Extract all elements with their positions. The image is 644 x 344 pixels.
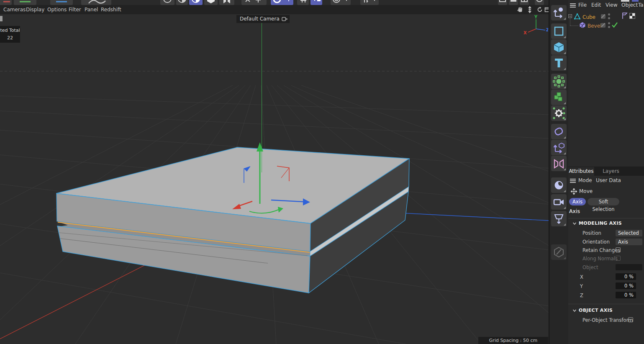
- chevron-down-icon[interactable]: [572, 221, 577, 226]
- attribute-mode-burger-icon[interactable]: [570, 179, 576, 183]
- selection-info-label: ted Total: [0, 27, 20, 34]
- model-mode-button[interactable]: [204, 0, 218, 5]
- polygon-object-icon[interactable]: [574, 13, 581, 20]
- svg-text:Y: Y: [534, 15, 538, 19]
- clipped-toolbar-icon: [632, 0, 639, 2]
- tree-branch-line: [570, 26, 578, 26]
- rings-select-button[interactable]: [331, 0, 351, 5]
- panel-menu-burger-icon[interactable]: [570, 3, 576, 8]
- soft-selection-button[interactable]: Soft Selection: [588, 198, 619, 205]
- menu-file[interactable]: File: [578, 2, 587, 8]
- axis-modify-button[interactable]: [551, 140, 567, 155]
- snap-grid-button[interactable]: [297, 0, 309, 5]
- user-data-menu[interactable]: User Data: [596, 177, 621, 183]
- volume-builder-button[interactable]: [551, 90, 567, 105]
- camera-button[interactable]: [551, 194, 567, 210]
- stage-button[interactable]: [551, 211, 567, 226]
- orbit-rotate-icon[interactable]: [536, 6, 543, 13]
- menu-cameras[interactable]: Cameras: [3, 7, 26, 13]
- x-axis-lock-button[interactable]: [0, 0, 12, 5]
- panel-x-button[interactable]: [535, 0, 544, 5]
- orientation-dropdown[interactable]: Axis: [616, 239, 642, 245]
- position-dropdown[interactable]: Selected: [616, 230, 642, 236]
- z-axis-lock-button[interactable]: [50, 0, 73, 5]
- enable-axis-button[interactable]: [271, 0, 293, 5]
- menu-display[interactable]: Display: [26, 7, 44, 13]
- axis-button[interactable]: Axis: [569, 198, 586, 205]
- menu-tags[interactable]: Ta: [638, 2, 644, 8]
- bevel-editor-visibility-dot[interactable]: [608, 22, 610, 24]
- menu-view[interactable]: View: [606, 2, 617, 8]
- cube-editor-visibility-dot[interactable]: [608, 13, 610, 15]
- phong-tag-flag-icon[interactable]: [622, 12, 628, 19]
- per-object-transform-checkbox[interactable]: [628, 317, 633, 322]
- z-value-field[interactable]: 0 %: [616, 292, 636, 298]
- modeling-axis-header[interactable]: MODELING AXIS: [579, 221, 622, 226]
- x-value-field[interactable]: 0 %: [616, 273, 636, 280]
- tab-layers[interactable]: Layers: [600, 167, 621, 176]
- menu-object[interactable]: Object: [621, 2, 638, 8]
- simulation-gear-button[interactable]: [551, 105, 567, 121]
- menu-panel[interactable]: Panel: [85, 7, 98, 13]
- object-name-cube[interactable]: Cube: [582, 14, 595, 20]
- create-palette: [549, 0, 569, 344]
- transform-tool-button[interactable]: [551, 5, 567, 21]
- object-axis-header[interactable]: OBJECT AXIS: [579, 308, 613, 313]
- menu-redshift[interactable]: Redshift: [101, 7, 121, 13]
- camera-swap-icon[interactable]: [282, 16, 288, 22]
- edges-mode-button[interactable]: [176, 0, 188, 5]
- object-link-label: Object: [582, 264, 598, 270]
- bevel-deformer-icon[interactable]: [579, 22, 586, 28]
- polygons-mode-button[interactable]: [189, 0, 203, 5]
- camera-label-text: Default Camera: [240, 15, 280, 23]
- y-axis-lock-button[interactable]: [14, 0, 36, 5]
- clipped-toolbar-icon: [621, 0, 629, 2]
- cube-render-visibility-dot[interactable]: [608, 17, 610, 19]
- material-button-disabled: [551, 244, 567, 260]
- menu-options[interactable]: Options: [47, 7, 67, 13]
- texture-tag-icon[interactable]: [629, 13, 635, 19]
- viewport-3d[interactable]: Default Camera ted Total 22 Y X Z Grid S…: [0, 14, 549, 344]
- dolly-zoom-icon[interactable]: [526, 6, 533, 13]
- spline-tools-button[interactable]: [81, 0, 111, 5]
- layout-c-button[interactable]: [520, 0, 529, 5]
- orientation-label: Orientation: [582, 239, 610, 245]
- menu-edit[interactable]: Edit: [591, 2, 601, 8]
- camera-label[interactable]: Default Camera: [236, 15, 290, 23]
- split-mode-button[interactable]: [219, 0, 234, 5]
- points-mode-button[interactable]: [160, 0, 174, 5]
- y-label: Y: [580, 283, 583, 289]
- move-tool-icon: [571, 188, 577, 195]
- marquee-select-button[interactable]: [241, 0, 267, 5]
- layout-a-button[interactable]: [498, 0, 507, 5]
- cube-edit-toggle[interactable]: [601, 14, 606, 19]
- cloner-button[interactable]: [551, 74, 567, 89]
- symmetry-button[interactable]: [551, 156, 567, 171]
- text-tool-button[interactable]: [551, 55, 567, 71]
- bevel-render-visibility-dot[interactable]: [608, 26, 610, 28]
- mode-menu[interactable]: Mode: [578, 177, 592, 183]
- top-toolbar: [0, 0, 549, 5]
- loop-select-button[interactable]: [360, 0, 379, 5]
- tree-branch-line: [570, 17, 571, 26]
- right-panel: File Edit View Object Ta Cube Bevel Attr…: [568, 0, 644, 344]
- deformer-button[interactable]: [551, 124, 567, 139]
- cube-primitive-button[interactable]: [551, 39, 567, 55]
- enabled-check-icon[interactable]: [611, 22, 618, 28]
- along-normals-label: Along Normals: [582, 256, 618, 262]
- chevron-down-icon[interactable]: [572, 308, 577, 313]
- retain-changes-label: Retain Changes: [582, 247, 620, 253]
- y-value-field[interactable]: 0 %: [616, 282, 636, 289]
- light-button[interactable]: [551, 177, 567, 193]
- spline-rectangle-button[interactable]: [551, 23, 567, 39]
- retain-changes-checkbox[interactable]: [616, 247, 621, 252]
- layout-b-button[interactable]: [509, 0, 518, 5]
- separator: [568, 304, 644, 304]
- quantize-add-button[interactable]: [310, 0, 322, 5]
- bevel-edit-toggle[interactable]: [601, 23, 606, 28]
- tab-attributes[interactable]: Attributes: [568, 167, 594, 176]
- menu-filter[interactable]: Filter: [69, 7, 81, 13]
- pan-hand-icon[interactable]: [517, 6, 523, 13]
- grid-spacing-label: Grid Spacing : 50 cm: [478, 337, 548, 344]
- object-name-bevel[interactable]: Bevel: [588, 23, 601, 29]
